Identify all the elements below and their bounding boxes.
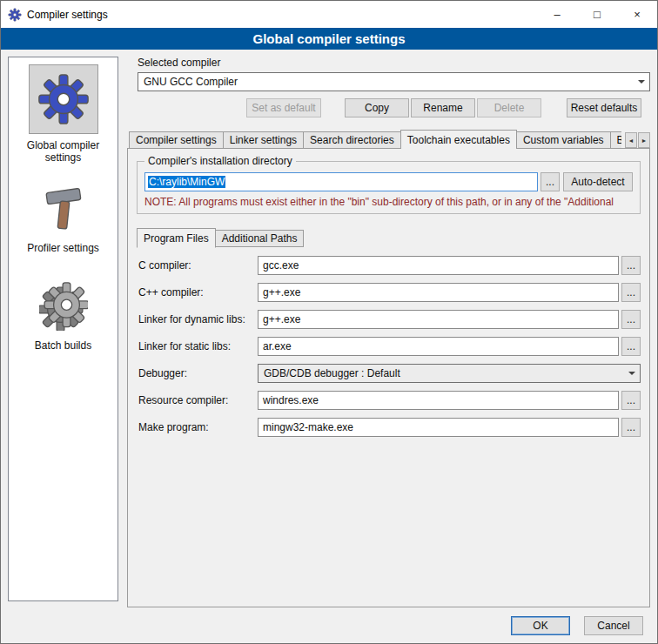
- static-linker-label: Linker for static libs:: [138, 340, 258, 352]
- titlebar: Compiler settings – □ ×: [1, 1, 657, 28]
- dynamic-linker-input[interactable]: g++.exe: [258, 310, 619, 329]
- chevron-down-icon: [634, 73, 649, 91]
- c-compiler-label: C compiler:: [138, 259, 258, 272]
- sidebar-item-label: Global compiler settings: [16, 139, 111, 164]
- dialog-footer: OK Cancel: [511, 616, 643, 635]
- window-title: Compiler settings: [27, 9, 108, 21]
- cpp-compiler-label: C++ compiler:: [138, 286, 258, 299]
- debugger-value: GDB/CDB debugger : Default: [264, 367, 400, 379]
- close-button[interactable]: ×: [617, 1, 657, 28]
- debugger-row: Debugger: GDB/CDB debugger : Default: [138, 364, 641, 383]
- resource-compiler-browse-button[interactable]: ...: [621, 391, 641, 410]
- delete-button[interactable]: Delete: [477, 98, 541, 117]
- tab-build-options[interactable]: Build: [610, 131, 621, 149]
- resource-compiler-input[interactable]: windres.exe: [258, 391, 619, 410]
- minimize-button[interactable]: –: [537, 1, 577, 28]
- chevron-down-icon: [624, 365, 640, 382]
- compiler-actions: Set as default Copy Rename Delete Reset …: [127, 98, 650, 117]
- c-compiler-row: C compiler: gcc.exe ...: [138, 256, 641, 275]
- selected-compiler-label: Selected compiler: [138, 57, 650, 69]
- resource-compiler-value: windres.exe: [263, 394, 319, 406]
- settings-category-list: Global compiler settings Profiler settin…: [8, 57, 118, 601]
- dynamic-linker-row: Linker for dynamic libs: g++.exe ...: [138, 310, 641, 329]
- c-compiler-value: gcc.exe: [263, 259, 299, 272]
- icon-box: [29, 278, 98, 334]
- static-linker-browse-button[interactable]: ...: [621, 337, 641, 356]
- program-files-fields: C compiler: gcc.exe ... C++ compiler: g+…: [138, 256, 641, 437]
- make-program-input[interactable]: mingw32-make.exe: [258, 418, 619, 437]
- reset-defaults-button[interactable]: Reset defaults: [567, 98, 641, 117]
- installation-directory-row: C:\raylib\MinGW ... Auto-detect: [144, 172, 633, 191]
- tab-search-directories[interactable]: Search directories: [303, 131, 401, 149]
- static-linker-value: ar.exe: [263, 340, 292, 352]
- dynamic-linker-label: Linker for dynamic libs:: [138, 313, 258, 325]
- tab-scroll-right-icon[interactable]: ►: [638, 132, 650, 148]
- tab-linker-settings[interactable]: Linker settings: [223, 131, 304, 149]
- auto-detect-button[interactable]: Auto-detect: [563, 172, 633, 191]
- tab-custom-variables[interactable]: Custom variables: [516, 131, 611, 149]
- installation-directory-input[interactable]: C:\raylib\MinGW: [144, 172, 538, 191]
- cpp-compiler-input[interactable]: g++.exe: [258, 283, 619, 302]
- compiler-settings-window: Compiler settings – □ × Global compiler …: [0, 0, 658, 644]
- cancel-button[interactable]: Cancel: [584, 616, 643, 635]
- make-program-row: Make program: mingw32-make.exe ...: [138, 418, 641, 437]
- settings-tabstrip: Compiler settings Linker settings Search…: [127, 130, 650, 149]
- dialog-body: Global compiler settings Profiler settin…: [1, 50, 657, 643]
- rename-button[interactable]: Rename: [411, 98, 475, 117]
- cpp-compiler-value: g++.exe: [263, 286, 300, 299]
- resource-compiler-label: Resource compiler:: [138, 394, 258, 406]
- installation-directory-groupbox: Compiler's installation directory C:\ray…: [137, 161, 641, 214]
- dynamic-linker-browse-button[interactable]: ...: [621, 310, 641, 329]
- dialog-header-title: Global compiler settings: [1, 28, 657, 50]
- sidebar-item-profiler-settings[interactable]: Profiler settings: [9, 181, 118, 254]
- icon-box: [29, 181, 98, 237]
- tab-scroll-left-icon[interactable]: ◄: [625, 132, 637, 148]
- make-program-value: mingw32-make.exe: [263, 421, 353, 433]
- profiler-tool-icon: [39, 184, 88, 233]
- ok-button[interactable]: OK: [511, 616, 570, 635]
- tab-program-files[interactable]: Program Files: [137, 228, 216, 248]
- main-panel: Selected compiler GNU GCC Compiler Set a…: [127, 55, 650, 607]
- installation-directory-value: C:\raylib\MinGW: [148, 176, 225, 188]
- debugger-dropdown[interactable]: GDB/CDB debugger : Default: [258, 364, 641, 383]
- tab-additional-paths[interactable]: Additional Paths: [215, 230, 305, 247]
- maximize-button[interactable]: □: [577, 1, 617, 28]
- app-gear-icon: [8, 8, 22, 22]
- installation-directory-browse-button[interactable]: ...: [540, 172, 560, 191]
- tab-toolchain-executables[interactable]: Toolchain executables: [400, 130, 517, 149]
- tabs-clip: Compiler settings Linker settings Search…: [127, 130, 621, 149]
- selected-category-highlight: [29, 64, 98, 134]
- c-compiler-browse-button[interactable]: ...: [621, 256, 641, 275]
- bin-subdirectory-note: NOTE: All programs must exist either in …: [144, 196, 633, 208]
- sidebar-item-batch-builds[interactable]: Batch builds: [9, 278, 118, 352]
- program-files-tabstrip: Program Files Additional Paths: [137, 228, 649, 247]
- sidebar-item-label: Batch builds: [16, 339, 111, 352]
- installation-directory-legend: Compiler's installation directory: [144, 155, 296, 167]
- make-program-browse-button[interactable]: ...: [621, 418, 641, 437]
- dynamic-linker-value: g++.exe: [263, 313, 300, 325]
- tab-scroll-buttons: ◄ ►: [625, 132, 650, 148]
- static-linker-row: Linker for static libs: ar.exe ...: [138, 337, 641, 356]
- copy-button[interactable]: Copy: [345, 98, 409, 117]
- tab-compiler-settings[interactable]: Compiler settings: [129, 131, 224, 149]
- selected-compiler-value: GNU GCC Compiler: [144, 76, 238, 88]
- resource-compiler-row: Resource compiler: windres.exe ...: [138, 391, 641, 410]
- sidebar-item-label: Profiler settings: [16, 242, 111, 254]
- window-controls: – □ ×: [537, 1, 657, 28]
- cpp-compiler-browse-button[interactable]: ...: [621, 283, 641, 302]
- toolchain-executables-panel: Compiler's installation directory C:\ray…: [127, 148, 650, 607]
- cpp-compiler-row: C++ compiler: g++.exe ...: [138, 283, 641, 302]
- debugger-label: Debugger:: [138, 367, 258, 379]
- selected-compiler-dropdown[interactable]: GNU GCC Compiler: [138, 72, 650, 91]
- sidebar-item-global-compiler-settings[interactable]: Global compiler settings: [9, 64, 118, 164]
- c-compiler-input[interactable]: gcc.exe: [258, 256, 619, 275]
- set-as-default-button[interactable]: Set as default: [246, 98, 321, 117]
- gear-blue-icon: [37, 72, 91, 126]
- gear-gray-icon: [39, 282, 88, 331]
- make-program-label: Make program:: [138, 421, 258, 433]
- static-linker-input[interactable]: ar.exe: [258, 337, 619, 356]
